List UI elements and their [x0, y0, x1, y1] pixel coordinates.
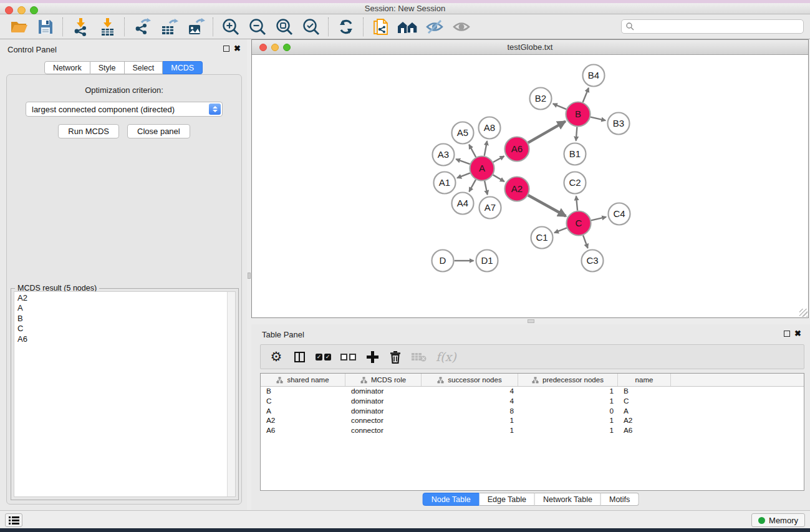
result-item-c[interactable]: C — [14, 324, 235, 334]
table-row[interactable]: Bdominator41B — [261, 387, 804, 397]
delete-table-button[interactable] — [412, 349, 427, 365]
graph-edge-A-A7[interactable] — [485, 181, 488, 195]
table-row[interactable]: Adominator80A — [261, 407, 804, 417]
zoom-selected-button[interactable] — [297, 16, 324, 38]
result-item-a[interactable]: A — [14, 303, 235, 313]
network-file-button[interactable] — [367, 16, 394, 38]
result-item-b[interactable]: B — [14, 314, 235, 324]
graph-edge-B-B4[interactable] — [583, 88, 589, 102]
graph-edge-A2-C[interactable] — [528, 195, 566, 216]
result-item-a2[interactable]: A2 — [14, 292, 235, 303]
cell-name[interactable]: B — [618, 387, 671, 397]
cell-shared-name[interactable]: B — [261, 387, 345, 397]
close-panel-button[interactable]: Close panel — [127, 124, 190, 138]
horizontal-split-handle[interactable] — [528, 319, 534, 323]
graph-edge-C-C4[interactable] — [591, 217, 606, 221]
cell-predecessor-nodes[interactable]: 1 — [518, 397, 618, 407]
float-panel-icon[interactable] — [784, 331, 790, 337]
cell-name[interactable]: A — [618, 407, 671, 417]
graph-edge-A-A8[interactable] — [485, 141, 487, 156]
table-row[interactable]: A6connector11A6 — [261, 426, 804, 436]
cell-mcds-role[interactable]: dominator — [345, 387, 422, 397]
column-header-name[interactable]: name — [618, 374, 671, 386]
cell-name[interactable]: A2 — [618, 416, 671, 426]
show-all-nodes-edges-button[interactable] — [448, 16, 475, 38]
graph-edge-C-C3[interactable] — [583, 235, 588, 248]
cell-mcds-role[interactable]: connector — [345, 416, 422, 426]
split-panel-button[interactable] — [292, 349, 306, 365]
add-column-button[interactable] — [365, 349, 379, 365]
vertical-split-handle[interactable] — [248, 273, 251, 279]
import-network-from-file-button[interactable] — [67, 16, 94, 38]
hide-selected-button[interactable] — [421, 16, 448, 38]
toolbar-search-field[interactable] — [621, 19, 804, 34]
cell-mcds-role[interactable]: dominator — [345, 407, 422, 417]
column-header-mcds-role[interactable]: MCDS role — [345, 374, 422, 386]
cell-predecessor-nodes[interactable]: 1 — [518, 426, 618, 436]
export-network-button[interactable] — [128, 16, 155, 38]
import-table-from-file-button[interactable] — [94, 16, 120, 38]
cell-successor-nodes[interactable]: 4 — [422, 397, 518, 407]
graph-edge-B-B2[interactable] — [553, 104, 566, 109]
optimization-criterion-select[interactable]: largest connected component (directed) — [26, 102, 223, 117]
cell-shared-name[interactable]: A — [261, 407, 345, 417]
close-panel-icon[interactable]: ✖ — [794, 329, 801, 338]
search-input[interactable] — [637, 22, 803, 32]
cell-successor-nodes[interactable]: 8 — [422, 407, 518, 417]
memory-button[interactable]: Memory — [751, 513, 805, 527]
close-panel-icon[interactable]: ✖ — [234, 44, 241, 53]
apply-function-button[interactable]: f(x) — [436, 349, 456, 365]
network-graph[interactable]: AA1A2A3A4A5A6A7A8BB1B2B3B4CC1C2C3C4DD1 — [252, 55, 808, 317]
cell-mcds-role[interactable]: connector — [345, 426, 422, 436]
tab-network-table[interactable]: Network Table — [535, 493, 601, 506]
run-mcds-button[interactable]: Run MCDS — [58, 124, 119, 138]
export-image-button[interactable] — [182, 16, 209, 38]
cell-name[interactable]: C — [618, 397, 671, 407]
graph-edge-A-A2[interactable] — [493, 175, 504, 181]
tab-select[interactable]: Select — [125, 61, 163, 74]
tab-node-table[interactable]: Node Table — [423, 493, 480, 506]
result-list-scrollbar[interactable] — [227, 292, 235, 496]
graph-edge-B-B1[interactable] — [576, 127, 577, 140]
table-settings-button[interactable]: ⚙ — [269, 349, 283, 365]
zoom-in-button[interactable] — [217, 16, 244, 38]
cell-name[interactable]: A6 — [618, 426, 671, 436]
zoom-fit-content-button[interactable] — [271, 16, 297, 38]
cell-successor-nodes[interactable]: 1 — [422, 426, 518, 436]
task-history-button[interactable] — [5, 513, 22, 527]
graph-edge-A-A3[interactable] — [456, 159, 470, 164]
table-row[interactable]: Cdominator41C — [261, 397, 804, 407]
graph-edge-A-A5[interactable] — [469, 145, 476, 157]
graph-edge-B-B3[interactable] — [591, 117, 605, 121]
tab-mcds[interactable]: MCDS — [163, 61, 203, 74]
tab-network[interactable]: Network — [44, 61, 90, 74]
result-item-a6[interactable]: A6 — [14, 334, 235, 344]
tab-edge-table[interactable]: Edge Table — [480, 493, 535, 506]
column-header-predecessor-nodes[interactable]: predecessor nodes — [518, 374, 618, 386]
graph-edge-C-C2[interactable] — [576, 196, 577, 210]
show-welcome-screen-button[interactable] — [394, 16, 421, 38]
refresh-network-view-button[interactable] — [332, 16, 359, 38]
graph-edge-A6-B[interactable] — [528, 122, 566, 143]
tab-motifs[interactable]: Motifs — [601, 493, 639, 506]
network-canvas[interactable]: AA1A2A3A4A5A6A7A8BB1B2B3B4CC1C2C3C4DD1 — [252, 55, 808, 317]
window-resize-grip[interactable] — [799, 309, 808, 317]
column-header-shared-name[interactable]: shared name — [261, 374, 345, 386]
cell-mcds-role[interactable]: dominator — [345, 397, 422, 407]
graph-edge-A-A1[interactable] — [457, 173, 470, 178]
table-row[interactable]: A2connector11A2 — [261, 416, 804, 426]
tab-style[interactable]: Style — [90, 61, 125, 74]
cell-successor-nodes[interactable]: 4 — [422, 387, 518, 397]
zoom-out-button[interactable] — [244, 16, 271, 38]
cell-predecessor-nodes[interactable]: 1 — [518, 416, 618, 426]
column-header-successor-nodes[interactable]: successor nodes — [422, 374, 518, 386]
network-window-titlebar[interactable]: testGlobe.txt — [252, 40, 808, 55]
open-session-button[interactable] — [5, 16, 32, 38]
graph-edge-A-A4[interactable] — [469, 180, 476, 191]
save-session-button[interactable] — [32, 16, 59, 38]
deselect-all-button[interactable] — [340, 349, 356, 365]
cell-predecessor-nodes[interactable]: 0 — [518, 407, 618, 417]
delete-columns-button[interactable] — [388, 349, 402, 365]
graph-edge-A-A6[interactable] — [493, 156, 504, 162]
graph-edge-C-C1[interactable] — [554, 228, 567, 233]
